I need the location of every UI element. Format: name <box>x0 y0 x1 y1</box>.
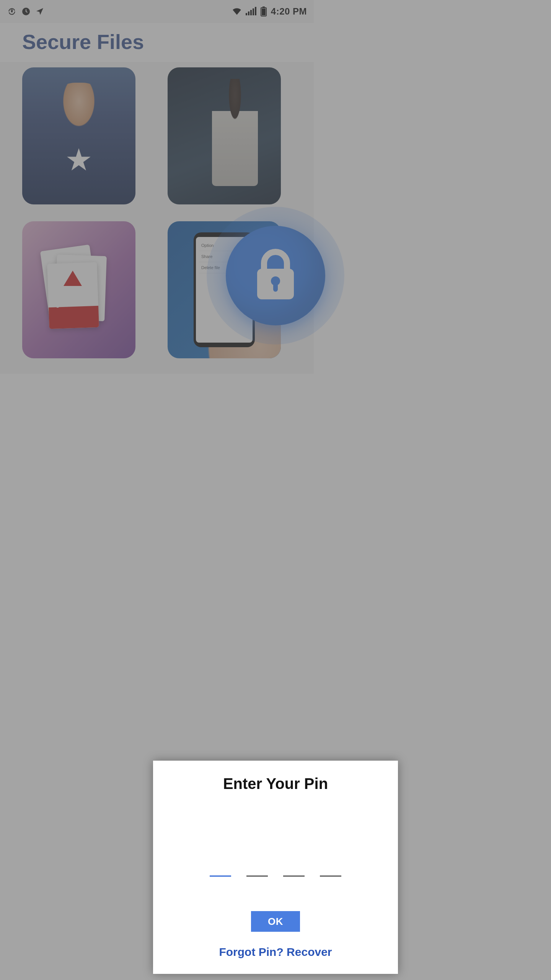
modal-overlay[interactable] <box>0 0 314 557</box>
